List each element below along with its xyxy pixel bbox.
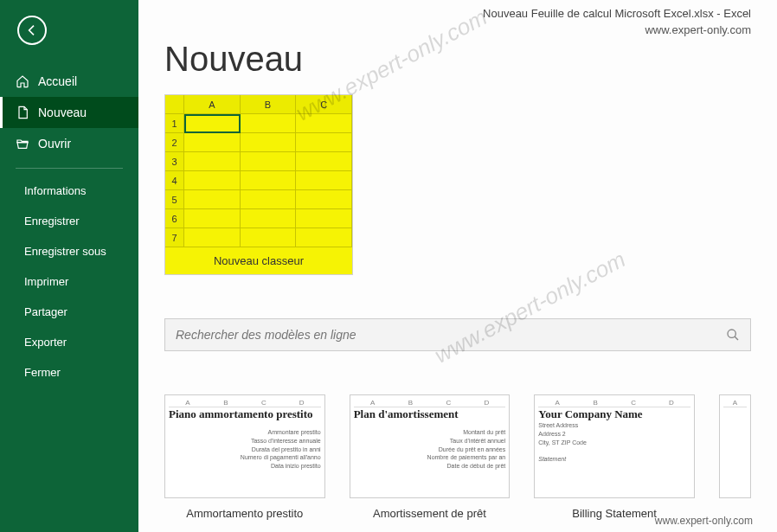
template-gallery: ABCD Piano ammortamento prestito Ammonta… — [164, 394, 751, 520]
template-thumb: ABCD Plan d'amortissement Montant du prê… — [350, 394, 511, 498]
blank-workbook-preview: A B C 1 2 3 4 5 6 7 — [165, 95, 352, 247]
template-tile-partial[interactable]: A — [719, 394, 751, 520]
nav-export[interactable]: Exporter — [0, 327, 138, 357]
template-thumb: ABCD Piano ammortamento prestito Ammonta… — [164, 394, 325, 498]
backstage-sidebar: Accueil Nouveau Ouvrir Informations Enre… — [0, 0, 138, 532]
main-content: Nouveau Feuille de calcul Microsoft Exce… — [138, 0, 777, 532]
nav-close[interactable]: Fermer — [0, 357, 138, 388]
template-search[interactable] — [164, 318, 751, 351]
home-icon — [16, 74, 29, 88]
nav-info[interactable]: Informations — [0, 176, 138, 206]
template-tile-ammortamento[interactable]: ABCD Piano ammortamento prestito Ammonta… — [164, 394, 325, 520]
window-title: Nouveau Feuille de calcul Microsoft Exce… — [164, 0, 751, 20]
new-blank-workbook-label: Nouveau classeur — [165, 247, 352, 274]
nav-save[interactable]: Enregistrer — [0, 206, 138, 236]
nav-divider — [16, 168, 123, 169]
nav-label: Nouveau — [38, 106, 87, 119]
nav-label: Partager — [24, 305, 67, 318]
nav-print[interactable]: Imprimer — [0, 266, 138, 297]
nav-open[interactable]: Ouvrir — [0, 128, 138, 159]
nav-new[interactable]: Nouveau — [0, 97, 138, 128]
template-tile-billing[interactable]: ABCD Your Company Name Street Address Ad… — [534, 394, 695, 520]
template-thumb: A — [719, 394, 751, 498]
template-label: Amortissement de prêt — [350, 507, 511, 520]
nav-label: Enregistrer sous — [24, 245, 106, 258]
new-blank-workbook-tile[interactable]: A B C 1 2 3 4 5 6 7 Nouveau classeur — [164, 94, 353, 275]
nav-label: Ouvrir — [38, 137, 71, 151]
watermark-url-bottom: www.expert-only.com — [655, 515, 753, 527]
template-label: Ammortamento prestito — [164, 507, 325, 520]
back-button[interactable] — [17, 16, 47, 45]
nav-save-as[interactable]: Enregistrer sous — [0, 236, 138, 266]
template-tile-amortissement[interactable]: ABCD Plan d'amortissement Montant du prê… — [350, 394, 511, 520]
folder-open-icon — [16, 137, 29, 151]
nav-share[interactable]: Partager — [0, 297, 138, 327]
nav-label: Fermer — [24, 366, 61, 379]
svg-point-0 — [728, 330, 735, 337]
page-title: Nouveau — [164, 40, 751, 79]
template-thumb: ABCD Your Company Name Street Address Ad… — [534, 394, 695, 498]
back-arrow-icon — [25, 23, 39, 37]
nav-home[interactable]: Accueil — [0, 66, 138, 97]
search-icon[interactable] — [726, 328, 740, 342]
watermark-url-top: www.expert-only.com — [164, 23, 751, 36]
nav-label: Imprimer — [24, 275, 68, 288]
nav-label: Enregistrer — [24, 215, 80, 228]
nav-label: Accueil — [38, 74, 77, 88]
nav-label: Exporter — [24, 336, 67, 349]
template-search-input[interactable] — [176, 328, 726, 342]
file-icon — [16, 106, 29, 119]
nav-label: Informations — [24, 184, 87, 197]
